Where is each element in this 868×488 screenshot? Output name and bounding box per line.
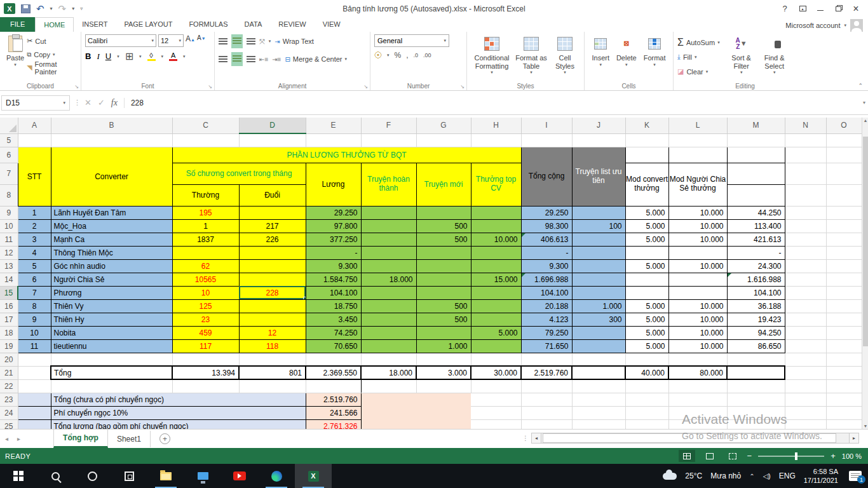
cell-J12[interactable] [572, 246, 625, 259]
task-view-button[interactable] [111, 464, 147, 488]
insert-function-icon[interactable]: fx [111, 98, 118, 108]
cell-L11[interactable]: 10.000 [668, 233, 727, 246]
zoom-level[interactable]: 100 % [842, 452, 862, 460]
column-header-L[interactable]: L [668, 118, 727, 133]
cell-D14[interactable] [239, 273, 306, 286]
cell-I16[interactable]: 20.188 [521, 299, 572, 313]
cell-J18[interactable] [572, 326, 625, 339]
cell-N8[interactable] [785, 184, 826, 206]
cell-J19[interactable] [572, 339, 625, 353]
cell-A5[interactable] [18, 133, 51, 147]
cell-O8[interactable] [826, 184, 862, 206]
redo-icon[interactable]: ↷ [58, 4, 67, 13]
volume-icon[interactable]: ◁) [763, 472, 771, 480]
youtube-button[interactable] [221, 464, 258, 488]
cell-A9[interactable]: 1 [18, 206, 51, 219]
header-stt[interactable]: STT [18, 147, 51, 206]
search-button[interactable] [37, 464, 74, 488]
cell-D21[interactable]: 801 [239, 366, 306, 379]
cell-M23[interactable] [727, 393, 785, 406]
cell-C12[interactable] [172, 246, 239, 259]
decrease-font-icon[interactable]: A▼ [197, 34, 206, 47]
font-color-icon[interactable]: A [169, 51, 177, 61]
cell-M6[interactable] [727, 147, 785, 163]
cell-B19[interactable]: tieutiennu [51, 339, 172, 353]
cell-N21[interactable] [785, 366, 826, 379]
cell-O24[interactable] [826, 406, 862, 419]
cell-I23[interactable] [521, 393, 572, 406]
cell-L9[interactable]: 10.000 [668, 206, 727, 219]
sheet-nav-arrows[interactable]: ◂▸ [0, 435, 34, 442]
cell-C5[interactable] [172, 133, 239, 147]
cell-I9[interactable]: 29.250 [521, 206, 572, 219]
accounting-format-icon[interactable]: 🖸 [374, 51, 382, 60]
column-header-B[interactable]: B [51, 118, 172, 133]
my-pc-button[interactable] [184, 464, 221, 488]
cell-N24[interactable] [785, 406, 826, 419]
wrap-text-button[interactable]: ⇥Wrap Text [275, 35, 314, 48]
cell-G12[interactable] [416, 246, 471, 259]
cell-I24[interactable] [521, 406, 572, 419]
cell-L12[interactable] [668, 246, 727, 259]
copy-button[interactable]: ⧉Copy▾ [27, 48, 77, 61]
underline-button[interactable]: U [105, 51, 111, 61]
cell-D16[interactable] [239, 299, 306, 313]
font-family-combo[interactable]: Calibri▾ [85, 34, 156, 47]
number-dialog-launcher-icon[interactable]: ↘ [460, 84, 465, 90]
cell-D11[interactable]: 226 [239, 233, 306, 246]
tab-view[interactable]: VIEW [315, 17, 349, 32]
insert-cells-button[interactable]: Insert▾ [589, 34, 612, 81]
header-sub-title[interactable]: Số chương convert trong tháng [172, 163, 306, 184]
header-tong-cong[interactable]: Tổng cộng [521, 147, 572, 206]
cell-G10[interactable]: 500 [416, 219, 471, 233]
cell-B17[interactable]: Thiên Hy [51, 313, 172, 326]
row-header-15[interactable]: 15 [0, 286, 18, 299]
cell-I14[interactable]: 1.696.988 [521, 273, 572, 286]
cell-M24[interactable] [727, 406, 785, 419]
cell-G16[interactable]: 500 [416, 299, 471, 313]
cell-I18[interactable]: 79.250 [521, 326, 572, 339]
cell-L13[interactable]: 10.000 [668, 259, 727, 273]
summary-value-24[interactable]: 241.566 [306, 406, 361, 419]
scroll-right-icon[interactable]: ▸ [849, 433, 859, 444]
cell-M20[interactable] [727, 353, 785, 366]
align-left-icon[interactable] [219, 56, 227, 63]
row-header-21[interactable]: 21 [0, 366, 18, 379]
cell-M17[interactable]: 19.423 [727, 313, 785, 326]
excel-app-icon[interactable]: X [4, 3, 15, 14]
cell-B9[interactable]: Lãnh Huyết Đan Tâm [51, 206, 172, 219]
cell-D22[interactable] [239, 379, 306, 393]
cell-E5[interactable] [306, 133, 361, 147]
cell-G15[interactable] [416, 286, 471, 299]
cell-N14[interactable] [785, 273, 826, 286]
cell-N15[interactable] [785, 286, 826, 299]
decrease-decimal-icon[interactable]: .00 [423, 52, 431, 58]
cell-K17[interactable]: 5.000 [625, 313, 668, 326]
cell-K13[interactable]: 5.000 [625, 259, 668, 273]
header-thuong[interactable]: Thường [172, 184, 239, 206]
cell-N13[interactable] [785, 259, 826, 273]
cell-M10[interactable]: 113.400 [727, 219, 785, 233]
cell-I22[interactable] [521, 379, 572, 393]
cell-M22[interactable] [727, 379, 785, 393]
cell-A17[interactable]: 9 [18, 313, 51, 326]
cell-K24[interactable] [625, 406, 668, 419]
cell-D5[interactable] [239, 133, 306, 147]
cell-F20[interactable] [361, 353, 416, 366]
cell-E19[interactable]: 70.650 [306, 339, 361, 353]
cell-B22[interactable] [51, 379, 172, 393]
increase-indent-icon[interactable]: ⇥≡ [272, 56, 281, 63]
name-box[interactable]: D15▾ [1, 95, 70, 111]
sheet-tab-sheet1[interactable]: Sheet1 [108, 431, 151, 447]
cell-I21[interactable]: 2.519.760 [521, 366, 572, 379]
cell-J17[interactable]: 300 [572, 313, 625, 326]
cell-A13[interactable]: 5 [18, 259, 51, 273]
cell-O21[interactable] [826, 366, 862, 379]
cell-C22[interactable] [172, 379, 239, 393]
summary-label-24[interactable]: Phí chuyển ngọc 10% [51, 406, 306, 419]
cell-C17[interactable]: 23 [172, 313, 239, 326]
cell-O5[interactable] [826, 133, 862, 147]
column-header-O[interactable]: O [826, 118, 862, 133]
format-painter-button[interactable]: ◥Format Painter [27, 61, 77, 74]
increase-font-icon[interactable]: A▲ [186, 34, 195, 47]
